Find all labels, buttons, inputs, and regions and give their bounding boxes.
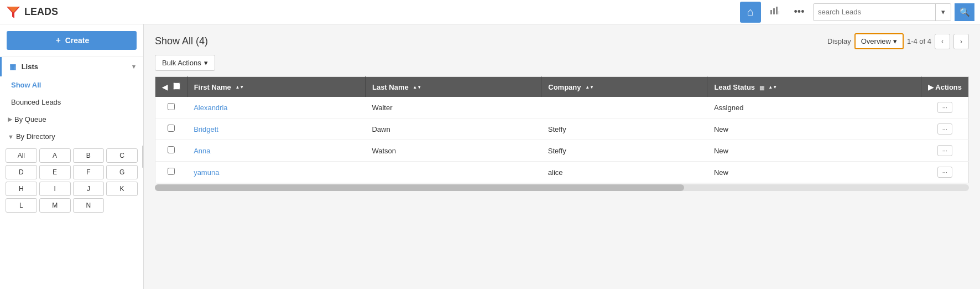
search-container: ▾ [813, 3, 951, 21]
th-company[interactable]: Company ▲▼ [541, 77, 707, 97]
row-checkbox-3[interactable] [168, 168, 175, 175]
svg-rect-3 [770, 10, 772, 14]
row-first-name-link-2[interactable]: Anna [194, 147, 210, 155]
row-actions-button-1[interactable]: ··· [937, 123, 952, 135]
overview-button[interactable]: Overview ▾ [854, 33, 904, 49]
chevron-right-icon: › [960, 38, 962, 45]
row-first-name-1: Bridgett [187, 118, 365, 140]
last-name-sort-icon[interactable]: ▲▼ [413, 85, 421, 90]
content-title: Show All (4) [155, 35, 208, 47]
directory-btn-h[interactable]: H [6, 182, 37, 196]
sidebar-item-bounced-leads[interactable]: Bounced Leads [0, 94, 143, 111]
more-icon: ••• [794, 6, 805, 18]
row-lead-status-0: Assigned [707, 97, 921, 118]
pagination-prev-button[interactable]: ‹ [935, 34, 950, 49]
table-header: ◀ First Name ▲▼ Last Name ▲▼ Company [155, 77, 969, 97]
directory-btn-l[interactable]: L [6, 198, 37, 213]
row-company-0 [541, 97, 707, 118]
th-lead-status[interactable]: Lead Status ▦ ▲▼ [707, 77, 921, 97]
select-all-checkbox[interactable] [173, 82, 180, 90]
bar-chart-icon [770, 6, 780, 18]
by-queue-arrow-icon: ▶ [8, 116, 12, 123]
first-name-sort-icon[interactable]: ▲▼ [235, 85, 244, 90]
main-content: Show All (4) Display Overview ▾ 1-4 of 4… [144, 24, 980, 289]
row-checkbox-1[interactable] [168, 125, 175, 132]
row-first-name-link-3[interactable]: yamuna [194, 168, 219, 177]
actions-arrow-icon: ▶ [928, 83, 934, 91]
directory-btn-j[interactable]: J [73, 182, 105, 196]
row-last-name-1: Dawn [365, 118, 541, 140]
sidebar-collapse-handle[interactable]: ‹ [142, 146, 144, 168]
chevron-left-icon: ‹ [941, 38, 943, 45]
count-badge: (4) [196, 35, 208, 47]
pagination-next-button[interactable]: › [953, 34, 969, 49]
search-dropdown-button[interactable]: ▾ [935, 3, 951, 21]
sidebar-item-show-all[interactable]: Show All [0, 76, 143, 94]
row-actions-cell-1: ··· [921, 118, 969, 140]
charts-button[interactable] [764, 2, 785, 23]
directory-btn-i[interactable]: I [39, 182, 71, 196]
row-checkbox-0[interactable] [168, 103, 175, 110]
row-company-3: alice [541, 162, 707, 183]
create-label: Create [65, 36, 90, 45]
sidebar-by-queue-header[interactable]: ▶ By Queue [0, 111, 143, 128]
directory-grid: AllABCDEFGHIJKLMN [0, 145, 143, 216]
chevron-down-icon: ▾ [941, 8, 945, 16]
row-first-name-link-1[interactable]: Bridgett [194, 125, 218, 133]
directory-btn-c[interactable]: C [106, 148, 138, 163]
directory-btn-b[interactable]: B [73, 148, 105, 163]
directory-btn-d[interactable]: D [6, 165, 37, 179]
sidebar-lists-header[interactable]: ▦ Lists ▾ [0, 57, 143, 76]
table-row: yamunaaliceNew··· [155, 162, 969, 183]
table-row: AnnaWatsonSteffyNew··· [155, 140, 969, 162]
navbar-right: ⌂ ••• ▾ 🔍 [740, 2, 974, 23]
row-actions-button-2[interactable]: ··· [937, 145, 952, 156]
row-last-name-0: Walter [365, 97, 541, 118]
lists-icon: ▦ [9, 63, 16, 71]
home-button[interactable]: ⌂ [740, 2, 761, 23]
row-checkbox-cell-3 [155, 162, 187, 183]
row-lead-status-1: New [707, 118, 921, 140]
directory-btn-e[interactable]: E [39, 165, 71, 179]
search-go-button[interactable]: 🔍 [955, 3, 974, 21]
directory-btn-m[interactable]: M [39, 198, 71, 213]
company-sort-icon[interactable]: ▲▼ [585, 85, 594, 90]
lists-arrow-icon: ▾ [132, 63, 135, 70]
lead-status-sort-icon[interactable]: ▲▼ [768, 85, 777, 90]
row-first-name-link-0[interactable]: Alexandria [194, 104, 227, 112]
row-checkbox-cell-1 [155, 118, 187, 140]
bulk-actions-button[interactable]: Bulk Actions ▾ [155, 55, 215, 71]
bulk-actions-row: Bulk Actions ▾ [155, 55, 969, 71]
directory-btn-all[interactable]: All [6, 148, 37, 163]
lead-status-filter-icon[interactable]: ▦ [759, 85, 764, 91]
svg-marker-2 [12, 13, 14, 18]
create-button[interactable]: ＋ Create [7, 31, 137, 50]
table-row: AlexandriaWalterAssigned··· [155, 97, 969, 118]
th-last-name[interactable]: Last Name ▲▼ [365, 77, 541, 97]
lists-label: Lists [22, 63, 38, 71]
sidebar: ＋ Create ▦ Lists ▾ Show All Bounced Lead… [0, 24, 144, 289]
scrollbar-thumb[interactable] [155, 184, 684, 191]
th-back-arrow-icon[interactable]: ◀ [162, 83, 168, 91]
sidebar-by-directory-header[interactable]: ▼ By Directory [0, 128, 143, 145]
directory-btn-n[interactable]: N [73, 198, 105, 213]
row-first-name-2: Anna [187, 140, 365, 162]
horizontal-scrollbar[interactable] [155, 184, 969, 191]
search-input[interactable] [814, 8, 935, 16]
more-button[interactable]: ••• [789, 2, 810, 23]
row-checkbox-2[interactable] [168, 146, 175, 153]
bulk-actions-label: Bulk Actions [162, 59, 201, 67]
content-title-area: Show All (4) [155, 35, 208, 47]
display-controls: Display Overview ▾ 1-4 of 4 ‹ › [827, 33, 969, 49]
directory-btn-f[interactable]: F [73, 165, 105, 179]
row-actions-button-3[interactable]: ··· [937, 167, 952, 178]
row-actions-button-0[interactable]: ··· [937, 102, 952, 113]
row-checkbox-cell-2 [155, 140, 187, 162]
row-last-name-3 [365, 162, 541, 183]
th-first-name[interactable]: First Name ▲▼ [187, 77, 365, 97]
row-company-2: Steffy [541, 140, 707, 162]
directory-btn-g[interactable]: G [106, 165, 138, 179]
directory-btn-a[interactable]: A [39, 148, 71, 163]
pagination-info: 1-4 of 4 [907, 37, 931, 45]
directory-btn-k[interactable]: K [106, 182, 138, 196]
